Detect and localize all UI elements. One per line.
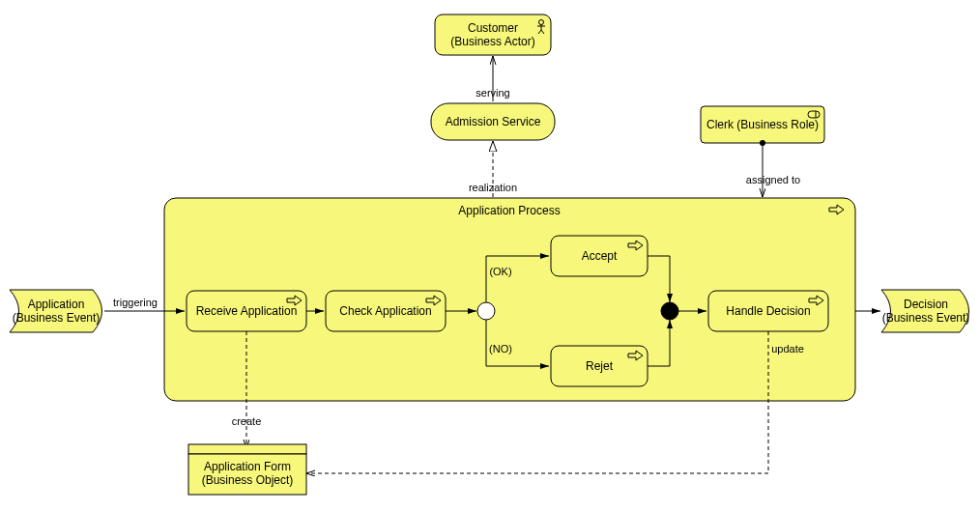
assigned-to-label: assigned to xyxy=(746,174,800,185)
serving-label: serving xyxy=(476,87,509,99)
accept-process[interactable]: Accept xyxy=(551,236,648,276)
reject-process[interactable]: Rejet xyxy=(551,346,648,386)
and-junction xyxy=(661,302,678,320)
event-in-label-1: Application xyxy=(28,298,85,311)
handle-decision[interactable]: Handle Decision xyxy=(708,291,828,331)
update-label: update xyxy=(771,343,804,355)
event-out-label-1: Decision xyxy=(904,298,948,311)
clerk-label: Clerk (Business Role) xyxy=(706,118,819,131)
no-label: (NO) xyxy=(489,343,512,355)
svg-rect-17 xyxy=(188,444,306,454)
application-form-object[interactable]: Application Form (Business Object) xyxy=(188,444,306,495)
admission-service-label: Admission Service xyxy=(446,115,541,128)
clerk-role[interactable]: Clerk (Business Role) xyxy=(701,106,824,143)
decision-event-out[interactable]: Decision (Business Event) xyxy=(881,290,969,332)
application-event-in[interactable]: Application (Business Event) xyxy=(10,290,102,332)
or-junction xyxy=(477,302,495,320)
admission-service[interactable]: Admission Service xyxy=(431,103,555,140)
event-out-label-2: (Business Event) xyxy=(882,311,970,325)
receive-label: Receive Application xyxy=(196,304,298,318)
ok-label: (OK) xyxy=(489,266,511,277)
create-label: create xyxy=(232,415,262,427)
object-label-1: Application Form xyxy=(204,460,291,473)
realization-label: realization xyxy=(469,182,517,193)
customer-actor[interactable]: Customer (Business Actor) xyxy=(435,14,551,55)
receive-application[interactable]: Receive Application xyxy=(187,291,306,331)
check-label: Check Application xyxy=(339,304,431,318)
triggering-label: triggering xyxy=(113,297,158,308)
process-title: Application Process xyxy=(458,204,560,217)
accept-label: Accept xyxy=(582,249,618,263)
reject-label: Rejet xyxy=(586,359,614,373)
check-application[interactable]: Check Application xyxy=(326,291,446,331)
handle-label: Handle Decision xyxy=(726,304,810,318)
customer-label-1: Customer xyxy=(468,21,518,35)
event-in-label-2: (Business Event) xyxy=(13,311,101,325)
archimate-diagram: Customer (Business Actor) serving Admiss… xyxy=(0,0,980,511)
object-label-2: (Business Object) xyxy=(202,473,294,487)
customer-label-2: (Business Actor) xyxy=(450,35,534,48)
